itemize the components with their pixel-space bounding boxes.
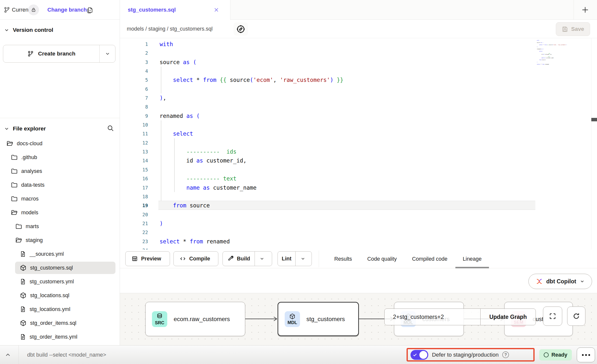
code-content[interactable]: with source as ( select * from {{ source… (160, 40, 343, 246)
update-graph-button[interactable]: Update Graph (480, 309, 536, 325)
mdl-badge: MDL (285, 311, 300, 327)
editor-scrollbar-track (591, 38, 591, 250)
refresh-icon (572, 312, 580, 320)
create-branch-button[interactable]: Create branch (3, 45, 115, 63)
sidebar: Current Change branch Version control (0, 0, 120, 364)
file-tree-item--github[interactable]: .github (0, 150, 120, 164)
tab-lineage[interactable]: Lineage (463, 250, 482, 268)
statusbar-divider (19, 346, 19, 364)
editor-scrollbar-thumb[interactable] (591, 118, 597, 121)
refresh-button[interactable] (567, 307, 585, 326)
code-line (160, 165, 343, 174)
copilot-compass-button[interactable] (234, 22, 248, 36)
code-line: select * from {{ source('ecom', 'raw_cus… (160, 75, 343, 84)
file-tree-item--sources-yml[interactable]: __sources.yml (0, 247, 120, 261)
line-number: 16 (120, 174, 148, 183)
file-tree-item-models[interactable]: models (0, 206, 120, 219)
lineage-selector-input[interactable]: 2+stg_customers+2 (385, 309, 480, 325)
create-branch-main[interactable]: Create branch (3, 45, 99, 62)
compile-button[interactable]: Compile (173, 251, 218, 266)
model-icon (19, 292, 27, 299)
code-line: ---------- ids (160, 147, 343, 156)
code-line (160, 120, 343, 129)
status-circle-icon (544, 352, 549, 357)
line-number: 17 (120, 183, 148, 192)
file-tree-item-stg-locations-sql[interactable]: stg_locations.sql (0, 289, 120, 302)
version-control-header[interactable]: Version control (4, 25, 112, 36)
preview-button[interactable]: Preview (125, 251, 170, 266)
file-tree-item-data-tests[interactable]: data-tests (0, 178, 120, 192)
code-line (160, 49, 343, 57)
tabstrip-divider (574, 0, 574, 20)
line-number: 11 (120, 129, 148, 138)
chevron-down-icon (105, 51, 110, 56)
build-main[interactable]: Build (223, 252, 255, 266)
editor-minimap[interactable]: with source as ( select * from {{ source… (537, 40, 567, 65)
tab-results[interactable]: Results (334, 250, 352, 268)
code-line: select * from renamed (160, 237, 343, 246)
file-tree-item-staging[interactable]: staging (0, 233, 120, 247)
dbt-copilot-logo-icon (536, 278, 543, 285)
dbt-copilot-label: dbt Copilot (546, 278, 576, 285)
breadcrumb: models / staging / stg_customers.sql (127, 20, 213, 38)
file-tree-item-stg-order-items-sql[interactable]: stg_order_items.sql (0, 316, 120, 330)
line-number: 15 (120, 165, 148, 174)
save-button[interactable]: Save (556, 22, 590, 36)
code-editor[interactable]: 123456789101112131415161718192021222324 … (120, 38, 597, 250)
lint-main[interactable]: Lint (278, 252, 295, 266)
tree-item-label: data-tests (21, 182, 44, 188)
code-icon (180, 255, 186, 262)
line-number-gutter: 123456789101112131415161718192021222324 (120, 40, 148, 250)
dot-icon (585, 354, 587, 356)
tree-item-label: .github (21, 154, 37, 161)
lint-dropdown[interactable] (295, 252, 310, 266)
copy-branch-icon[interactable] (86, 6, 94, 14)
tab-code-quality[interactable]: Code quality (367, 250, 397, 268)
line-number: 12 (120, 138, 148, 147)
create-branch-dropdown[interactable] (99, 45, 115, 62)
file-tree-item-marts[interactable]: marts (0, 219, 120, 233)
chevron-down-icon (580, 279, 585, 284)
change-branch-link[interactable]: Change branch (47, 0, 87, 20)
help-icon[interactable]: ? (502, 351, 509, 358)
close-tab-icon[interactable] (213, 7, 220, 13)
copilot-row: dbt Copilot (120, 268, 597, 293)
file-explorer-header[interactable]: File explorer (4, 123, 103, 134)
file-tree-item-docs-cloud[interactable]: docs-cloud (0, 137, 120, 150)
lint-button[interactable]: Lint (278, 251, 312, 266)
file-tree-item-stg-locations-yml[interactable]: stg_locations.yml (0, 302, 120, 316)
file-explorer-title: File explorer (13, 126, 46, 132)
command-placeholder[interactable]: dbt build --select <model_name> (27, 346, 106, 364)
tree-item-label: stg_customers.yml (30, 279, 74, 285)
new-tab-button[interactable] (580, 5, 590, 15)
src-badge: SRC (152, 311, 167, 327)
collapse-panel-button[interactable] (3, 351, 12, 358)
lineage-node-stg-customers[interactable]: MDLstg_customers (278, 302, 359, 336)
tab-compiled-code[interactable]: Compiled code (412, 250, 447, 268)
defer-toggle[interactable] (410, 350, 428, 360)
annotation-highlight-box: Defer to staging/production ? (407, 348, 535, 362)
file-tree-item-stg-customers-yml[interactable]: stg_customers.yml (0, 275, 120, 289)
lineage-node-ecom-raw-customers[interactable]: SRCecom.raw_customers (145, 302, 245, 336)
editor-tab-active[interactable]: stg_customers.sql (120, 0, 230, 20)
wrench-icon (227, 255, 234, 262)
badge-label: MDL (288, 320, 297, 325)
dbt-copilot-button[interactable]: dbt Copilot (528, 274, 592, 289)
folder-open-icon (6, 140, 14, 147)
status-ready-badge: Ready (539, 349, 572, 361)
build-button[interactable]: Build (223, 251, 272, 266)
code-line: renamed as ( (160, 111, 343, 120)
file-tree-item-stg-customers-sql[interactable]: stg_customers.sql (0, 261, 120, 275)
line-number: 6 (120, 85, 148, 93)
fullscreen-button[interactable] (543, 307, 562, 326)
file-tree-item-macros[interactable]: macros (0, 192, 120, 206)
lineage-canvas[interactable]: SRCecom.raw_customersMDLstg_customersMDL… (120, 293, 597, 345)
build-dropdown[interactable] (255, 252, 269, 266)
line-number: 18 (120, 192, 148, 201)
chevron-down-icon (4, 126, 9, 131)
node-label: ecom.raw_customers (174, 316, 230, 323)
more-options-button[interactable] (577, 347, 595, 362)
search-icon[interactable] (107, 124, 114, 132)
file-tree-item-analyses[interactable]: analyses (0, 164, 120, 178)
file-tree-item-stg-order-items-yml[interactable]: stg_order_items.yml (0, 330, 120, 344)
